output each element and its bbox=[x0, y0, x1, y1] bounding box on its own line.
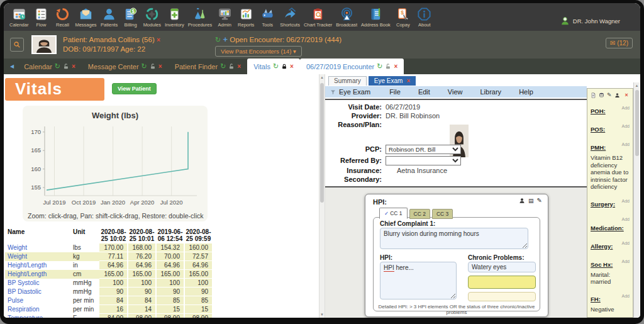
tab-calendar[interactable]: Calendar↻× bbox=[18, 59, 82, 74]
toolbar-item-inventory[interactable]: Inventory bbox=[163, 7, 186, 28]
toolbar-item-tools[interactable]: Tools bbox=[257, 7, 278, 28]
close-tab-icon[interactable]: × bbox=[394, 63, 397, 70]
unlock-icon[interactable] bbox=[385, 64, 391, 70]
close-tab-icon[interactable]: × bbox=[158, 63, 162, 70]
lock-icon[interactable] bbox=[281, 64, 287, 70]
menu-view[interactable]: View bbox=[448, 88, 463, 96]
close-tab-icon[interactable]: × bbox=[237, 63, 241, 70]
right-scrollbar[interactable]: ▲ bbox=[633, 82, 640, 318]
view-past-encounters-button[interactable]: View Past Encounters (14) ▾ bbox=[215, 46, 302, 57]
chief-complaint-textarea[interactable]: Blurry vision during morning hours bbox=[380, 228, 528, 249]
tab-eye-exam[interactable]: Eye Exam× bbox=[369, 76, 416, 86]
section-pos: AddPOS: bbox=[591, 123, 630, 134]
tab-cc2[interactable]: CC 2 bbox=[409, 209, 430, 219]
unlock-icon[interactable] bbox=[63, 64, 69, 70]
add-link[interactable]: Add bbox=[622, 124, 630, 128]
scroll-up-icon[interactable]: ▲ bbox=[634, 82, 640, 89]
toolbar-item-admin[interactable]: Admin bbox=[214, 7, 235, 28]
pcp-select[interactable]: Robinson DR. Bill bbox=[386, 145, 461, 154]
scrollbar-thumb[interactable] bbox=[635, 90, 639, 156]
messages-badge-button[interactable]: ✉ (12) bbox=[606, 38, 633, 48]
tab-message-center[interactable]: Message Center↻× bbox=[82, 59, 169, 74]
add-link[interactable]: Add bbox=[622, 294, 630, 298]
patient-search-button[interactable] bbox=[10, 38, 24, 52]
close-tab-icon[interactable]: × bbox=[290, 63, 294, 70]
close-tab-icon[interactable]: × bbox=[406, 77, 410, 84]
referred-by-select[interactable] bbox=[386, 156, 461, 165]
refresh-icon[interactable]: ↻ bbox=[55, 62, 60, 70]
scrollbar-thumb[interactable] bbox=[320, 83, 324, 203]
vitals-row: Respirationper min16141515 bbox=[5, 305, 213, 314]
add-link[interactable]: Add bbox=[622, 259, 630, 264]
toolbar-item-reports[interactable]: Reports bbox=[235, 7, 257, 28]
toolbar-item-recall[interactable]: Recall bbox=[52, 7, 73, 28]
app-window: Calendar Flow Recall Messages Patients B… bbox=[0, 0, 644, 324]
refresh-encounter-icon[interactable]: ↻ bbox=[215, 36, 221, 43]
tab-cc1[interactable]: ✓CC 1 bbox=[379, 208, 408, 219]
eye-exam-menubar: Eye Exam File Edit View Library Help bbox=[325, 86, 587, 98]
toolbar-item-shortcuts[interactable]: Shortcuts bbox=[278, 7, 302, 28]
refresh-icon[interactable]: ↻ bbox=[273, 62, 279, 70]
close-tab-icon[interactable]: × bbox=[72, 63, 75, 70]
toolbar-item-procedures[interactable]: Procedures bbox=[186, 7, 214, 28]
add-link[interactable]: Add bbox=[622, 106, 630, 110]
scroll-down-icon[interactable]: ▼ bbox=[319, 311, 325, 318]
toolbar-item-address-book[interactable]: Address Book bbox=[359, 7, 392, 28]
menu-edit[interactable]: Edit bbox=[418, 88, 430, 96]
refresh-icon[interactable]: ↻ bbox=[220, 62, 226, 70]
section-surgery: AddSurgery: bbox=[591, 198, 630, 209]
toolbar-item-billing[interactable]: Billing bbox=[120, 7, 142, 28]
add-link[interactable]: Add bbox=[622, 199, 630, 203]
referred-by-row: Referred By: bbox=[325, 156, 461, 165]
database-icon[interactable] bbox=[599, 92, 604, 98]
toolbar-item-broadcast[interactable]: Broadcast bbox=[334, 7, 359, 28]
menu-title[interactable]: Eye Exam bbox=[330, 88, 370, 96]
add-link[interactable]: Add bbox=[622, 241, 630, 245]
toolbar-item-copay[interactable]: Copay bbox=[392, 7, 414, 28]
menu-file[interactable]: File bbox=[389, 88, 401, 96]
toolbar-item-calendar[interactable]: Calendar bbox=[8, 7, 30, 28]
add-encounter-icon[interactable]: + bbox=[223, 35, 228, 44]
patient-thumbnail[interactable] bbox=[31, 35, 57, 54]
chronic-problem-input-1[interactable] bbox=[468, 262, 536, 272]
weight-chart[interactable]: Jul 2019Oct 2019Jan 2020Apr 2020Jul 2020… bbox=[25, 121, 206, 209]
menu-library[interactable]: Library bbox=[480, 88, 502, 96]
vitals-row: TemperatureF84.0098.0098.0098.00 bbox=[5, 314, 213, 318]
close-panel-icon[interactable]: × bbox=[625, 92, 628, 98]
toolbar-item-messages[interactable]: Messages bbox=[73, 7, 98, 28]
unlock-icon[interactable] bbox=[150, 64, 156, 70]
tab-encounter[interactable]: 06/27/2019 Encounter↻× bbox=[300, 59, 404, 74]
tab-cc3[interactable]: CC 3 bbox=[432, 209, 453, 219]
scroll-up-icon[interactable]: ▲ bbox=[319, 74, 325, 81]
toolbar-item-flow[interactable]: Flow bbox=[30, 7, 52, 28]
toolbar-item-chart-tracker[interactable]: Chart Tracker bbox=[302, 7, 334, 28]
menu-help[interactable]: Help bbox=[519, 88, 533, 96]
envelope-icon: ✉ bbox=[610, 40, 615, 47]
toolbar-item-modules[interactable]: Modules bbox=[142, 7, 163, 28]
refresh-icon[interactable]: ↻ bbox=[142, 62, 147, 70]
pencil-icon[interactable]: ✎ bbox=[607, 92, 612, 98]
tab-summary[interactable]: Summary bbox=[328, 76, 367, 86]
collapse-tabs-icon[interactable]: ◀ bbox=[6, 64, 18, 69]
refresh-icon[interactable]: ↻ bbox=[377, 62, 382, 70]
view-patient-button[interactable]: View Patient bbox=[112, 83, 157, 94]
toolbar-item-about[interactable]: About bbox=[414, 7, 435, 28]
close-patient-icon[interactable]: × bbox=[157, 36, 160, 43]
add-link[interactable]: Add bbox=[622, 217, 630, 221]
notes-icon[interactable]: ▤ bbox=[528, 198, 534, 204]
person-icon[interactable] bbox=[519, 198, 525, 204]
toolbar-item-patients[interactable]: Patients bbox=[99, 7, 120, 28]
center-scrollbar[interactable]: ▲ ▼ bbox=[319, 74, 325, 318]
unlock-icon[interactable] bbox=[228, 64, 235, 70]
tab-patient-finder[interactable]: Patient Finder↻× bbox=[169, 59, 248, 74]
hpi-textarea[interactable]: HPI here... bbox=[380, 262, 457, 299]
workspace-tabbar: ◀ Calendar↻× Message Center↻× Patient Fi… bbox=[4, 59, 640, 74]
document-icon[interactable] bbox=[591, 92, 596, 98]
pencil-icon[interactable]: ✎ bbox=[537, 197, 542, 204]
add-link[interactable]: Add bbox=[622, 142, 630, 147]
chronic-problem-input-3[interactable] bbox=[468, 292, 536, 301]
logged-in-user[interactable]: DR. John Wagner bbox=[560, 16, 636, 26]
chronic-problem-input-2[interactable] bbox=[468, 276, 536, 289]
person-icon[interactable] bbox=[614, 92, 620, 98]
tab-vitals[interactable]: Vitals↻× bbox=[247, 59, 300, 74]
